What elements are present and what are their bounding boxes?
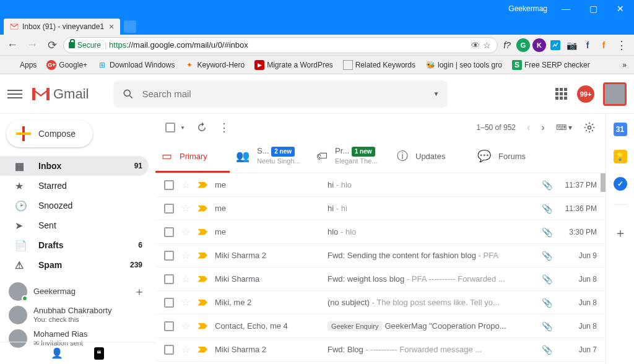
mail-row[interactable]: ☆Miki Sharma 2Fwd: Sending the content f… bbox=[155, 244, 606, 267]
bm-related-keywords[interactable]: Related Keywords bbox=[339, 58, 419, 72]
more-actions-button[interactable]: ⋮ bbox=[219, 121, 230, 134]
input-tools-icon[interactable]: ⌨ ▾ bbox=[556, 123, 572, 132]
prev-page-button[interactable]: ‹ bbox=[527, 122, 530, 133]
importance-marker-icon[interactable] bbox=[198, 347, 207, 353]
hangouts-contact[interactable]: Anubhab ChakrabortyYou: check this bbox=[0, 303, 155, 327]
ext-grammarly-icon[interactable]: G bbox=[516, 38, 530, 52]
bm-download-windows[interactable]: ⊞Download Windows bbox=[93, 58, 178, 72]
importance-marker-icon[interactable] bbox=[198, 182, 207, 188]
ext-camera-icon[interactable]: 📷 bbox=[565, 38, 578, 52]
tab-promotions[interactable]: 🏷Pr... 1 newElegant The... bbox=[310, 141, 391, 173]
sidebar-item-spam[interactable]: ⚠Spam239 bbox=[0, 255, 149, 275]
forward-button[interactable]: → bbox=[24, 37, 41, 54]
ext-k-icon[interactable]: K bbox=[532, 38, 546, 52]
sidebar-item-inbox[interactable]: ▦ Inbox 91 bbox=[0, 156, 149, 176]
ext-f-icon[interactable]: f? bbox=[500, 38, 514, 52]
ext-semrush-icon[interactable] bbox=[549, 38, 562, 52]
search-input[interactable] bbox=[142, 89, 425, 99]
row-checkbox[interactable] bbox=[164, 204, 174, 214]
star-icon[interactable]: ☆ bbox=[181, 344, 190, 355]
bookmark-star-icon[interactable]: ☆ bbox=[481, 40, 492, 50]
bm-free-serp[interactable]: SFree SERP checker bbox=[508, 58, 594, 72]
bookmarks-overflow[interactable]: » bbox=[619, 59, 630, 71]
importance-marker-icon[interactable] bbox=[198, 276, 207, 282]
refresh-button[interactable] bbox=[196, 122, 207, 133]
importance-marker-icon[interactable] bbox=[198, 300, 207, 306]
tab-social[interactable]: 👥S... 2 newNeetu Singh... bbox=[230, 141, 310, 173]
eye-icon[interactable]: 👁 bbox=[470, 40, 481, 50]
new-tab-button[interactable] bbox=[124, 20, 136, 33]
star-icon[interactable]: ☆ bbox=[181, 226, 190, 238]
hangouts-self[interactable]: Geekermag ＋ bbox=[0, 280, 155, 303]
mail-row[interactable]: ☆mehlo - hlo📎3:30 PM bbox=[155, 220, 606, 244]
mail-row[interactable]: ☆Miki, me 2(no subject) - The blog post … bbox=[155, 291, 606, 314]
importance-marker-icon[interactable] bbox=[198, 206, 207, 212]
sidebar-item-drafts[interactable]: 📄Drafts6 bbox=[0, 235, 149, 255]
row-checkbox[interactable] bbox=[164, 251, 174, 261]
bm-keyword-hero[interactable]: ✦Keyword-Hero bbox=[181, 58, 248, 72]
importance-marker-icon[interactable] bbox=[198, 253, 207, 259]
row-checkbox[interactable] bbox=[164, 274, 174, 284]
new-chat-icon[interactable]: ＋ bbox=[134, 284, 150, 299]
tab-primary[interactable]: ▭Primary bbox=[155, 141, 230, 173]
apps-shortcut[interactable]: Apps bbox=[4, 58, 40, 72]
bm-migrate-wp[interactable]: ▶Migrate a WordPres bbox=[251, 58, 336, 72]
browser-tab[interactable]: Inbox (91) - vineyvande1 × bbox=[4, 19, 120, 35]
contacts-tab-icon[interactable]: 👤 bbox=[51, 347, 63, 359]
bm-googleplus[interactable]: G+Google+ bbox=[43, 58, 91, 72]
row-checkbox[interactable] bbox=[164, 227, 174, 237]
importance-marker-icon[interactable] bbox=[198, 323, 207, 329]
tab-updates[interactable]: ⓘUpdates bbox=[391, 141, 471, 173]
select-all-checkbox[interactable] bbox=[165, 123, 175, 132]
address-bar[interactable]: Secure | https://mail.google.com/mail/u/… bbox=[63, 37, 498, 53]
mail-row[interactable]: ☆Miki SharmaFwd: weight loss blog - PFA … bbox=[155, 267, 606, 291]
back-button[interactable]: ← bbox=[4, 37, 21, 54]
minimize-button[interactable]: — bbox=[552, 0, 580, 17]
get-addons-icon[interactable]: ＋ bbox=[614, 225, 627, 241]
search-mail-box[interactable]: ▼ bbox=[113, 80, 448, 108]
bm-login-seo[interactable]: 🐝login | seo tools gro bbox=[422, 58, 506, 72]
close-window-button[interactable]: ✕ bbox=[607, 0, 634, 17]
scrollbar[interactable] bbox=[601, 173, 606, 364]
sidebar-item-starred[interactable]: ★Starred bbox=[0, 176, 149, 196]
mail-row[interactable]: ☆Miki Sharma 2Fwd: Blog - ---------- For… bbox=[155, 338, 606, 362]
row-checkbox[interactable] bbox=[164, 321, 174, 331]
gmail-logo[interactable]: Gmail bbox=[31, 86, 89, 102]
ext-firebug-icon[interactable]: f bbox=[597, 38, 610, 52]
mail-row[interactable]: ☆mehi - hi📎11:36 PM bbox=[155, 197, 606, 220]
star-icon[interactable]: ☆ bbox=[181, 249, 190, 261]
next-page-button[interactable]: › bbox=[541, 122, 544, 133]
sidebar-item-snoozed[interactable]: 🕑Snoozed bbox=[0, 196, 149, 215]
scrollbar-thumb[interactable] bbox=[601, 173, 606, 192]
sidebar-item-sent[interactable]: ➤Sent bbox=[0, 215, 149, 235]
search-options-dropdown[interactable]: ▼ bbox=[433, 90, 440, 97]
account-avatar[interactable] bbox=[603, 82, 627, 106]
close-tab-icon[interactable]: × bbox=[109, 22, 114, 32]
maximize-button[interactable]: ▢ bbox=[580, 0, 607, 17]
google-apps-button[interactable] bbox=[554, 87, 568, 102]
calendar-addon-icon[interactable]: 31 bbox=[614, 123, 627, 136]
star-icon[interactable]: ☆ bbox=[181, 202, 190, 214]
keep-addon-icon[interactable]: 💡 bbox=[614, 150, 627, 163]
chrome-menu-button[interactable]: ⋮ bbox=[613, 37, 630, 54]
tasks-addon-icon[interactable]: ✓ bbox=[614, 177, 627, 191]
importance-marker-icon[interactable] bbox=[198, 229, 207, 235]
mail-row[interactable]: ☆mehi - hlo📎11:37 PM bbox=[155, 173, 606, 197]
row-checkbox[interactable] bbox=[164, 345, 174, 355]
ext-facebook-icon[interactable]: f bbox=[581, 38, 594, 52]
tab-forums[interactable]: 💬Forums bbox=[471, 141, 552, 173]
settings-gear-icon[interactable] bbox=[583, 121, 596, 134]
notifications-badge[interactable]: 99+ bbox=[577, 85, 594, 103]
hangouts-tab-icon[interactable]: ❝ bbox=[94, 347, 104, 360]
row-checkbox[interactable] bbox=[164, 298, 174, 308]
compose-button[interactable]: Compose bbox=[6, 120, 93, 147]
star-icon[interactable]: ☆ bbox=[181, 297, 190, 308]
star-icon[interactable]: ☆ bbox=[181, 273, 190, 285]
star-icon[interactable]: ☆ bbox=[181, 179, 190, 191]
select-dropdown-icon[interactable]: ▼ bbox=[180, 125, 185, 131]
star-icon[interactable]: ☆ bbox=[181, 320, 190, 332]
main-menu-button[interactable] bbox=[7, 87, 22, 102]
mail-row[interactable]: ☆Contact, Echo, me 4Geeker EnquiryGeeker… bbox=[155, 314, 606, 338]
row-checkbox[interactable] bbox=[164, 180, 174, 190]
reload-button[interactable]: ⟳ bbox=[43, 37, 61, 54]
